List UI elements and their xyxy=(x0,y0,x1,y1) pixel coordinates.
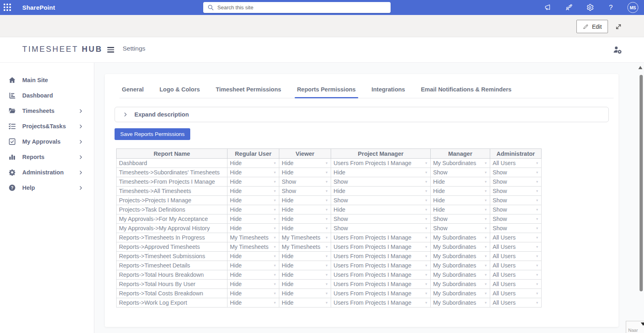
user-avatar[interactable]: MS xyxy=(627,2,638,13)
permission-select[interactable]: Hide▼ xyxy=(282,299,328,306)
permission-select[interactable]: Show▼ xyxy=(493,225,539,231)
permission-select[interactable]: All Users▼ xyxy=(493,281,539,287)
org-share-icon[interactable] xyxy=(564,3,573,12)
permission-select[interactable]: Users From Projects I Manage▼ xyxy=(334,262,428,269)
hamburger-menu-icon[interactable] xyxy=(107,46,115,54)
permission-select[interactable]: Hide▼ xyxy=(282,271,328,278)
sidebar-item-projects-tasks[interactable]: Projects&Tasks xyxy=(0,119,94,134)
sidebar-item-reports[interactable]: Reports xyxy=(0,149,94,165)
permission-select[interactable]: Hide▼ xyxy=(230,216,276,222)
permission-select[interactable]: Users From Projects I Manage▼ xyxy=(334,160,428,166)
permission-select[interactable]: Hide▼ xyxy=(282,290,328,297)
permission-select[interactable]: Show▼ xyxy=(493,206,539,213)
permission-select[interactable]: My Subordinates▼ xyxy=(433,160,487,166)
permission-select[interactable]: Users From Projects I Manage▼ xyxy=(334,281,428,287)
permission-select[interactable]: All Users▼ xyxy=(493,262,539,269)
user-settings-icon[interactable] xyxy=(612,45,622,55)
permission-select[interactable]: All Users▼ xyxy=(493,299,539,306)
permission-select[interactable]: Hide▼ xyxy=(230,299,276,306)
permission-select[interactable]: My Subordinates▼ xyxy=(433,271,487,278)
permission-select[interactable]: Hide▼ xyxy=(230,290,276,297)
permission-select[interactable]: Users From Projects I Manage▼ xyxy=(334,234,428,241)
permission-select[interactable]: Show▼ xyxy=(334,178,428,185)
permission-select[interactable]: Hide▼ xyxy=(230,169,276,176)
gear-icon[interactable] xyxy=(585,3,594,12)
permission-select[interactable]: Hide▼ xyxy=(282,169,328,176)
permission-select[interactable]: Hide▼ xyxy=(282,160,328,166)
permission-select[interactable]: Hide▼ xyxy=(282,262,328,269)
permission-select[interactable]: Show▼ xyxy=(334,216,428,222)
permission-select[interactable]: Users From Projects I Manage▼ xyxy=(334,253,428,259)
permission-select[interactable]: Hide▼ xyxy=(230,271,276,278)
permission-select[interactable]: My Subordinates▼ xyxy=(433,281,487,287)
permission-select[interactable]: Hide▼ xyxy=(334,206,428,213)
permission-select[interactable]: Hide▼ xyxy=(282,281,328,287)
permission-select[interactable]: All Users▼ xyxy=(493,253,539,259)
permission-select[interactable]: Show▼ xyxy=(334,197,428,204)
permission-select[interactable]: My Subordinates▼ xyxy=(433,244,487,250)
permission-select[interactable]: All Users▼ xyxy=(493,271,539,278)
permission-select[interactable]: Show▼ xyxy=(433,216,487,222)
permission-select[interactable]: Hide▼ xyxy=(230,281,276,287)
sidebar-item-help[interactable]: ?Help xyxy=(0,180,94,195)
sidebar-item-my-approvals[interactable]: My Approvals xyxy=(0,134,94,149)
scrollbar-thumb[interactable] xyxy=(640,75,643,291)
sidebar-item-dashboard[interactable]: Dashboard xyxy=(0,88,94,103)
permission-select[interactable]: Hide▼ xyxy=(230,160,276,166)
permission-select[interactable]: Show▼ xyxy=(493,169,539,176)
permission-select[interactable]: Show▼ xyxy=(433,169,487,176)
save-reports-permissions-button[interactable]: Save Reports Permissions xyxy=(115,128,190,140)
permission-select[interactable]: All Users▼ xyxy=(493,234,539,241)
sidebar-item-timesheets[interactable]: Timesheets xyxy=(0,103,94,119)
permission-select[interactable]: My Subordinates▼ xyxy=(433,234,487,241)
expand-description-toggle[interactable]: Expand description xyxy=(115,107,609,122)
permission-select[interactable]: My Subordinates▼ xyxy=(433,253,487,259)
permission-select[interactable]: My Timesheets▼ xyxy=(282,234,328,241)
permission-select[interactable]: Users From Projects I Manage▼ xyxy=(334,271,428,278)
permission-select[interactable]: Hide▼ xyxy=(230,178,276,185)
permission-select[interactable]: Hide▼ xyxy=(230,225,276,231)
tab-email-notifications-reminders[interactable]: Email Notifications & Reminders xyxy=(419,84,514,98)
permission-select[interactable]: Hide▼ xyxy=(282,216,328,222)
permission-select[interactable]: All Users▼ xyxy=(493,244,539,250)
tab-reports-permissions[interactable]: Reports Permissions xyxy=(295,84,358,98)
tab-timesheet-permissions[interactable]: Timesheet Permissions xyxy=(213,84,284,98)
site-search[interactable] xyxy=(203,2,391,13)
permission-select[interactable]: Users From Projects I Manage▼ xyxy=(334,299,428,306)
permission-select[interactable]: My Timesheets▼ xyxy=(230,244,276,250)
permission-select[interactable]: Show▼ xyxy=(433,225,487,231)
permission-select[interactable]: My Subordinates▼ xyxy=(433,299,487,306)
tab-logo-colors[interactable]: Logo & Colors xyxy=(157,84,202,98)
permission-select[interactable]: Hide▼ xyxy=(230,206,276,213)
permission-select[interactable]: My Subordinates▼ xyxy=(433,262,487,269)
permission-select[interactable]: Hide▼ xyxy=(282,197,328,204)
fullscreen-icon[interactable] xyxy=(614,22,623,31)
tab-general[interactable]: General xyxy=(119,84,146,98)
help-icon[interactable]: ? xyxy=(606,3,615,12)
permission-select[interactable]: My Timesheets▼ xyxy=(282,244,328,250)
permission-select[interactable]: Users From Projects I Manage▼ xyxy=(334,290,428,297)
edit-button[interactable]: Edit xyxy=(576,20,608,33)
tab-integrations[interactable]: Integrations xyxy=(369,84,408,98)
permission-select[interactable]: Hide▼ xyxy=(334,169,428,176)
permission-select[interactable]: Hide▼ xyxy=(433,178,487,185)
permission-select[interactable]: Users From Projects I Manage▼ xyxy=(334,244,428,250)
permission-select[interactable]: Hide▼ xyxy=(334,188,428,194)
waffle-menu-icon[interactable] xyxy=(0,0,15,15)
permission-select[interactable]: Show▼ xyxy=(493,188,539,194)
permission-select[interactable]: Hide▼ xyxy=(230,197,276,204)
permission-select[interactable]: Hide▼ xyxy=(230,262,276,269)
permission-select[interactable]: Hide▼ xyxy=(433,197,487,204)
permission-select[interactable]: Hide▼ xyxy=(282,253,328,259)
permission-select[interactable]: My Subordinates▼ xyxy=(433,290,487,297)
permission-select[interactable]: Hide▼ xyxy=(230,188,276,194)
search-input[interactable] xyxy=(217,4,391,11)
permission-select[interactable]: Hide▼ xyxy=(282,206,328,213)
sidebar-item-administration[interactable]: Administration xyxy=(0,165,94,180)
sidebar-item-main-site[interactable]: Main Site xyxy=(0,72,94,88)
permission-select[interactable]: All Users▼ xyxy=(493,290,539,297)
permission-select[interactable]: Show▼ xyxy=(282,188,328,194)
permission-select[interactable]: My Timesheets▼ xyxy=(230,234,276,241)
scrollbar-up-arrow-icon[interactable] xyxy=(638,66,642,69)
permission-select[interactable]: Show▼ xyxy=(493,197,539,204)
